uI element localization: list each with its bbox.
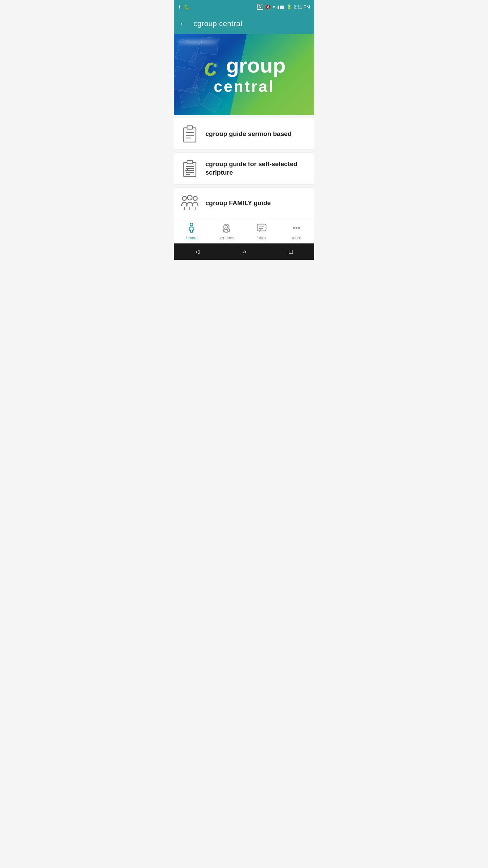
- clipboard-self-icon: [181, 160, 199, 177]
- logo-central-text: central: [214, 78, 274, 95]
- svg-point-16: [187, 195, 192, 200]
- status-bar: ⬆ 🐛 N 🔇 ▾ ▮▮▮ 🔋 2:11 PM: [174, 0, 314, 14]
- self-selected-label: cgroup guide for self-selected scripture: [205, 160, 307, 177]
- svg-rect-9: [187, 160, 192, 164]
- system-recent-button[interactable]: □: [289, 248, 293, 255]
- system-back-button[interactable]: ◁: [195, 248, 200, 255]
- family-guide-label: cgroup FAMILY guide: [205, 199, 307, 208]
- list-item-self-selected[interactable]: cgroup guide for self-selected scripture: [174, 153, 314, 184]
- sermons-label: sermons: [219, 236, 234, 240]
- logo-c-icon: c: [202, 54, 226, 77]
- family-group-icon: [181, 194, 199, 212]
- nfc-icon: N: [257, 4, 263, 10]
- svg-point-2: [214, 64, 217, 67]
- banner-image: c group central: [174, 34, 314, 115]
- signal-icon: ▮▮▮: [277, 4, 284, 9]
- svg-point-29: [293, 227, 295, 229]
- menu-list: cgroup guide sermon based cgroup guide f…: [174, 115, 314, 219]
- mute-icon: 🔇: [265, 4, 271, 9]
- touch-icon: [186, 223, 197, 234]
- svg-point-23: [225, 225, 228, 228]
- list-item-family[interactable]: cgroup FAMILY guide: [174, 187, 314, 219]
- more-label: more: [292, 236, 301, 240]
- svg-point-15: [182, 196, 186, 200]
- nav-item-inbox[interactable]: inbox: [244, 219, 279, 243]
- svg-rect-4: [187, 126, 192, 129]
- status-left-icons: ⬆ 🐛: [178, 4, 190, 9]
- sermon-based-label: cgroup guide sermon based: [205, 130, 307, 138]
- svg-point-21: [190, 223, 193, 226]
- clipboard-sermon-icon: [181, 125, 199, 143]
- home-label: home: [186, 236, 197, 240]
- wifi-icon: ▾: [273, 4, 275, 9]
- nav-item-sermons[interactable]: sermons: [209, 219, 244, 243]
- chat-icon: [257, 223, 267, 234]
- list-item-sermon-based[interactable]: cgroup guide sermon based: [174, 118, 314, 150]
- status-right-info: N 🔇 ▾ ▮▮▮ 🔋 2:11 PM: [257, 4, 310, 10]
- page-title: cgroup central: [194, 19, 242, 28]
- svg-point-30: [296, 227, 298, 229]
- system-nav-bar: ◁ ○ □: [174, 243, 314, 260]
- time-display: 2:11 PM: [294, 4, 310, 9]
- back-button[interactable]: ←: [179, 20, 187, 27]
- banner-glow: [177, 41, 218, 43]
- headphones-icon: [221, 223, 231, 234]
- nav-item-more[interactable]: more: [279, 219, 314, 243]
- inbox-label: inbox: [257, 236, 266, 240]
- battery-icon: 🔋: [286, 4, 292, 9]
- svg-point-17: [193, 196, 197, 200]
- nav-item-home[interactable]: home: [174, 219, 209, 243]
- dots-icon: [291, 223, 302, 234]
- banner-logo: c group central: [202, 54, 286, 96]
- svg-point-31: [298, 227, 300, 229]
- system-home-button[interactable]: ○: [243, 248, 246, 255]
- bug-icon: 🐛: [184, 4, 190, 9]
- bottom-navigation: home sermons inbox: [174, 219, 314, 243]
- svg-rect-26: [257, 224, 266, 231]
- usb-icon: ⬆: [178, 4, 182, 9]
- logo-group-text: group: [226, 55, 286, 76]
- app-header: ← cgroup central: [174, 14, 314, 34]
